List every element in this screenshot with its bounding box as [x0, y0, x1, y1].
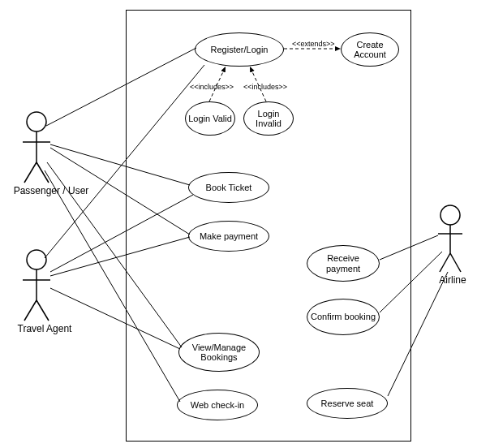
svg-line-14 — [450, 253, 461, 272]
svg-line-4 — [37, 162, 49, 183]
svg-point-10 — [440, 205, 460, 225]
usecase-label: Book Ticket — [206, 183, 252, 192]
usecase-label: Web check-in — [191, 400, 244, 410]
usecase-login-invalid: Login Invalid — [243, 101, 294, 136]
usecase-confirm-booking: Confirm booking — [307, 299, 380, 335]
usecase-label: Confirm booking — [311, 312, 376, 321]
actor-passenger-icon — [23, 112, 50, 183]
usecase-label: Register/Login — [211, 45, 269, 54]
usecase-login-valid: Login Valid — [185, 101, 235, 136]
rel-label-extends: <<extends>> — [292, 40, 335, 48]
usecase-label: Make payment — [200, 231, 258, 241]
usecase-reserve-seat: Reserve seat — [307, 388, 388, 419]
svg-line-9 — [37, 300, 49, 321]
usecase-label: View/Manage Bookings — [181, 342, 257, 362]
svg-point-5 — [27, 250, 46, 269]
actor-travelagent-icon — [23, 250, 50, 321]
svg-line-3 — [24, 162, 37, 183]
usecase-label: Create Account — [343, 40, 397, 59]
usecase-label: Login Invalid — [246, 109, 291, 128]
usecase-make-payment: Make payment — [188, 221, 269, 252]
actor-airline-label: Airline — [428, 274, 477, 286]
svg-line-8 — [24, 300, 37, 321]
usecase-book-ticket: Book Ticket — [188, 172, 269, 203]
rel-label-includes-2: <<includes>> — [243, 83, 287, 91]
usecase-view-manage-bookings: View/Manage Bookings — [178, 333, 260, 372]
usecase-label: Reserve seat — [321, 398, 374, 408]
rel-label-includes-1: <<includes>> — [190, 83, 234, 91]
actor-passenger-label: Passenger / User — [6, 185, 96, 196]
usecase-register-login: Register/Login — [195, 32, 284, 67]
svg-point-0 — [27, 112, 46, 131]
usecase-web-checkin: Web check-in — [177, 390, 258, 420]
use-case-diagram: Register/Login Create Account Login Vali… — [0, 0, 477, 448]
svg-line-13 — [440, 253, 450, 272]
usecase-label: Receive payment — [309, 253, 377, 273]
actor-airline-icon — [438, 205, 462, 272]
usecase-label: Login Valid — [188, 114, 232, 123]
system-boundary — [126, 10, 411, 442]
usecase-receive-payment: Receive payment — [307, 245, 380, 282]
usecase-create-account: Create Account — [341, 32, 399, 67]
actor-travelagent-label: Travel Agent — [8, 323, 81, 334]
